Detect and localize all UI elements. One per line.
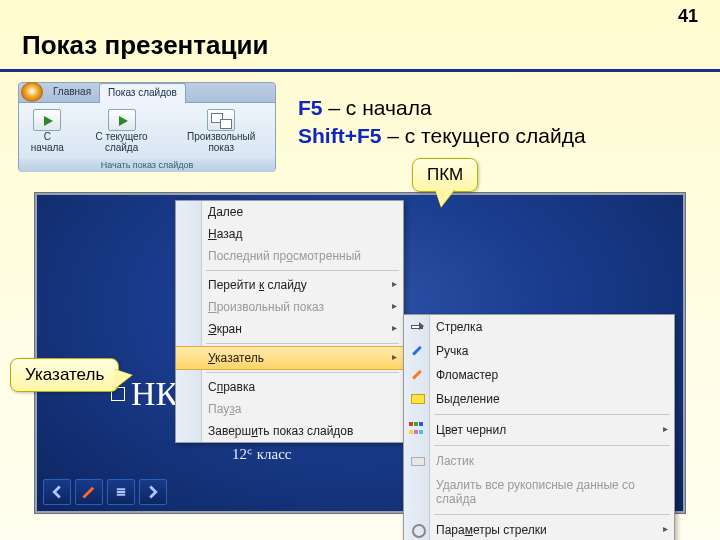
callout-right-click: ПКМ: [412, 158, 478, 192]
gear-icon: [409, 522, 425, 536]
marker-icon: [406, 363, 427, 384]
page-number: 41: [678, 6, 698, 27]
arrow-icon: [409, 319, 425, 333]
play-icon: [108, 109, 136, 131]
menu-item-pause[interactable]: Пауза: [176, 398, 403, 420]
btn-from-current[interactable]: С текущего слайда: [76, 107, 168, 155]
menu-item-next[interactable]: ДДалееалее: [176, 201, 403, 223]
menu-item-pointer[interactable]: Указатель: [176, 346, 403, 370]
menu-separator: [434, 445, 670, 446]
submenu-label: Фломастер: [436, 368, 498, 382]
nav-prev-button[interactable]: [43, 479, 71, 505]
pen-icon: [82, 485, 96, 499]
submenu-item-eraser[interactable]: Ластик: [404, 449, 674, 473]
btn-custom-show-label: Произвольный показ: [175, 132, 267, 153]
nav-next-button[interactable]: [139, 479, 167, 505]
callout-label: ПКМ: [427, 165, 463, 184]
hint-shift-f5: Shift+F5 – с текущего слайда: [298, 124, 586, 148]
play-icon: [33, 109, 61, 131]
submenu-label: Ручка: [436, 344, 468, 358]
submenu-item-ink-color[interactable]: Цвет чернил: [404, 418, 674, 442]
context-menu: ДДалееалее Назад Последний просмотренный…: [175, 200, 404, 443]
submenu-label: Выделение: [436, 392, 500, 406]
btn-from-beginning[interactable]: С начала: [23, 107, 72, 155]
palette-icon: [409, 422, 425, 436]
callout-tail-icon: [435, 189, 455, 207]
chevron-right-icon: [146, 485, 160, 499]
slideshow-nav: [43, 479, 167, 505]
slide-class: 12ᶜ класс: [232, 445, 292, 463]
pointer-submenu: Стрелка Ручка Фломастер Выделение Цвет ч…: [403, 314, 675, 540]
callout-label: Указатель: [25, 365, 104, 384]
submenu-label: Параметры стрелки: [436, 523, 547, 537]
ribbon: Главная Показ слайдов С начала С текущег…: [18, 82, 276, 172]
menu-item-help[interactable]: Справка: [176, 376, 403, 398]
menu-item-back[interactable]: Назад: [176, 223, 403, 245]
btn-from-current-label: С текущего слайда: [80, 132, 164, 153]
callout-tail-icon: [114, 369, 132, 389]
menu-separator: [434, 414, 670, 415]
submenu-item-highlight[interactable]: Выделение: [404, 387, 674, 411]
menu-separator: [206, 343, 399, 344]
btn-custom-show[interactable]: Произвольный показ: [171, 107, 271, 155]
btn-from-beginning-label: С начала: [27, 132, 68, 153]
ribbon-group-caption: Начать показ слайдов: [19, 159, 275, 172]
submenu-label: Ластик: [436, 454, 474, 468]
ribbon-tab-bar: Главная Показ слайдов: [19, 83, 275, 103]
menu-icon: [114, 485, 128, 499]
custom-show-icon: [207, 109, 235, 131]
page-title: Показ презентации: [22, 30, 268, 61]
pen-icon: [406, 339, 427, 360]
callout-pointer: Указатель: [10, 358, 119, 392]
submenu-label: Цвет чернил: [436, 423, 506, 437]
ribbon-tab-home[interactable]: Главная: [45, 83, 99, 102]
submenu-item-marker[interactable]: Фломастер: [404, 363, 674, 387]
menu-item-screen[interactable]: Экран: [176, 318, 403, 340]
nav-menu-button[interactable]: [107, 479, 135, 505]
office-button-icon[interactable]: [21, 82, 43, 102]
hint-shift-f5-desc: – с текущего слайда: [381, 124, 585, 147]
submenu-item-erase-all[interactable]: Удалить все рукописные данные со слайда: [404, 473, 674, 511]
menu-separator: [434, 514, 670, 515]
submenu-item-pen[interactable]: Ручка: [404, 339, 674, 363]
highlighter-icon: [409, 391, 425, 405]
menu-separator: [206, 372, 399, 373]
key-shift-f5: Shift+F5: [298, 124, 381, 147]
chevron-left-icon: [50, 485, 64, 499]
submenu-label: Удалить все рукописные данные со слайда: [436, 478, 635, 506]
menu-item-goto[interactable]: Перейти к слайду: [176, 274, 403, 296]
title-underline: [0, 69, 720, 72]
submenu-item-arrow[interactable]: Стрелка: [404, 315, 674, 339]
menu-item-last-viewed[interactable]: Последний просмотренный: [176, 245, 403, 267]
eraser-icon: [409, 453, 425, 467]
submenu-item-arrow-options[interactable]: Параметры стрелки: [404, 518, 674, 540]
ribbon-group: С начала С текущего слайда Произвольный …: [19, 103, 275, 159]
menu-item-end-show[interactable]: Завершить показ слайдов: [176, 420, 403, 442]
hint-f5: F5 – с начала: [298, 96, 432, 120]
menu-item-custom-show[interactable]: Произвольный показ: [176, 296, 403, 318]
ribbon-tab-slideshow[interactable]: Показ слайдов: [99, 83, 186, 103]
submenu-label: Стрелка: [436, 320, 482, 334]
key-f5: F5: [298, 96, 323, 119]
menu-separator: [206, 270, 399, 271]
hint-f5-desc: – с начала: [323, 96, 432, 119]
nav-pen-button[interactable]: [75, 479, 103, 505]
